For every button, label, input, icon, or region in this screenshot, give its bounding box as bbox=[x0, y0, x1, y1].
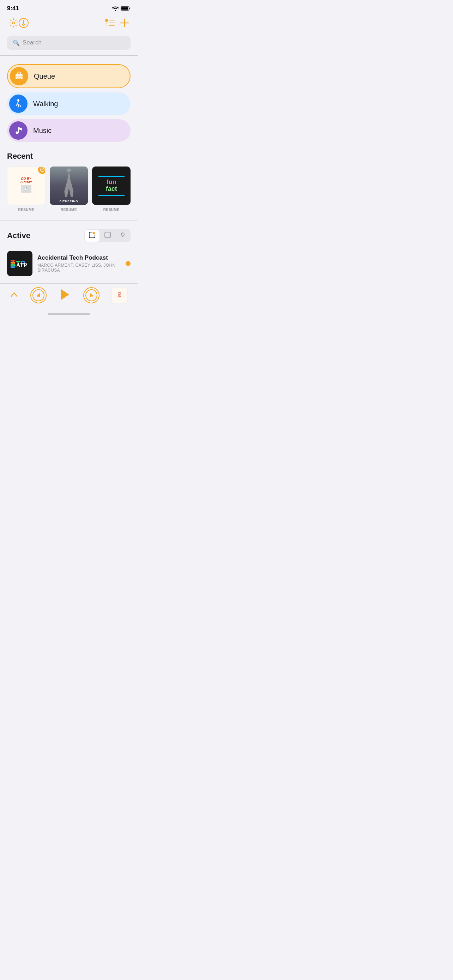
wifi-icon bbox=[112, 6, 119, 11]
svg-point-22 bbox=[67, 168, 71, 172]
dithering-resume-label: RESUME bbox=[61, 208, 77, 212]
dithering-art: DITHERING bbox=[50, 167, 88, 205]
skip-forward-button[interactable]: 30 bbox=[83, 287, 100, 303]
svg-point-5 bbox=[106, 23, 107, 24]
recent-item-dbf[interactable]: DO BYFRIDAY 🕐 RESUME bbox=[7, 167, 46, 212]
svg-rect-30 bbox=[11, 264, 15, 266]
add-button[interactable] bbox=[120, 18, 129, 30]
svg-text:ATP: ATP bbox=[16, 262, 27, 268]
walking-label: Walking bbox=[33, 100, 58, 108]
home-bar bbox=[48, 313, 90, 315]
podcast-authors: MARCO ARMENT, CASEY LISS, JOHN SIRACUSA bbox=[37, 263, 121, 273]
dbf-art: DO BYFRIDAY 🕐 bbox=[7, 167, 46, 205]
category-walking[interactable]: Walking bbox=[7, 92, 130, 115]
funfact-text-pink: fun bbox=[106, 179, 116, 186]
search-container: 🔍 Search bbox=[0, 36, 138, 56]
recent-title: Recent bbox=[7, 152, 130, 161]
active-title: Active bbox=[7, 231, 30, 240]
dbf-badge bbox=[38, 167, 46, 174]
active-divider bbox=[0, 220, 138, 221]
recent-section: Recent DO BYFRIDAY 🕐 bbox=[0, 143, 138, 217]
walking-icon-circle bbox=[9, 95, 27, 113]
dithering-overlay-label: DITHERING bbox=[50, 200, 88, 203]
settings-button[interactable] bbox=[8, 18, 18, 30]
funfact-line-bottom bbox=[99, 195, 124, 196]
status-time: 9:41 bbox=[7, 5, 19, 12]
svg-point-2 bbox=[12, 22, 14, 24]
category-queue[interactable]: Queue bbox=[7, 64, 130, 88]
filter-single[interactable] bbox=[100, 230, 115, 242]
funfact-line-top bbox=[99, 176, 124, 177]
toolbar bbox=[0, 15, 138, 36]
recent-item-funfact[interactable]: fun fact RESUME bbox=[92, 167, 130, 212]
music-icon-circle bbox=[9, 121, 27, 140]
status-bar: 9:41 bbox=[0, 0, 138, 15]
category-music[interactable]: Music bbox=[7, 119, 130, 142]
svg-rect-31 bbox=[11, 266, 15, 268]
svg-point-15 bbox=[16, 132, 18, 134]
home-indicator bbox=[0, 310, 138, 317]
podcast-art-atp: ATP ATP bbox=[7, 251, 32, 276]
dbf-resume-label: RESUME bbox=[18, 208, 34, 212]
categories-list: Queue Walking Music bbox=[0, 63, 138, 143]
queue-icon-circle bbox=[10, 67, 28, 85]
podcast-unplayed-dot bbox=[126, 261, 130, 266]
podcast-info: Accidental Tech Podcast MARCO ARMENT, CA… bbox=[37, 255, 121, 273]
svg-rect-28 bbox=[11, 260, 15, 261]
download-button[interactable] bbox=[18, 18, 29, 31]
search-bar[interactable]: 🔍 Search bbox=[7, 36, 130, 50]
svg-rect-25 bbox=[105, 232, 110, 238]
active-section: Active bbox=[0, 223, 138, 283]
active-header: Active bbox=[7, 229, 130, 242]
svg-rect-13 bbox=[17, 78, 21, 79]
skip-back-button[interactable]: 15 bbox=[30, 287, 46, 303]
svg-point-24 bbox=[92, 232, 95, 235]
queue-list-button[interactable] bbox=[105, 18, 115, 30]
funfact-text-green: fact bbox=[106, 186, 117, 192]
mini-art-button[interactable]: DOBYFRI bbox=[111, 287, 128, 303]
svg-point-14 bbox=[17, 99, 19, 101]
search-icon: 🔍 bbox=[13, 40, 20, 46]
funfact-art: fun fact bbox=[92, 167, 130, 205]
recent-item-dithering[interactable]: DITHERING RESUME bbox=[50, 167, 88, 212]
search-divider bbox=[0, 56, 138, 56]
status-icons bbox=[112, 6, 130, 11]
svg-point-9 bbox=[106, 25, 107, 27]
svg-rect-1 bbox=[121, 7, 129, 10]
search-placeholder: Search bbox=[22, 39, 41, 46]
battery-icon bbox=[121, 6, 130, 11]
play-button[interactable] bbox=[59, 288, 71, 303]
funfact-resume-label: RESUME bbox=[103, 208, 119, 212]
svg-text:30: 30 bbox=[90, 294, 93, 298]
queue-label: Queue bbox=[34, 72, 55, 80]
player-bar: 15 30 DOBYFRI bbox=[0, 283, 138, 310]
filter-continuous[interactable] bbox=[85, 230, 100, 242]
svg-point-4 bbox=[105, 19, 108, 22]
filter-buttons bbox=[84, 229, 130, 242]
svg-text:15: 15 bbox=[37, 294, 40, 298]
music-label: Music bbox=[33, 127, 51, 135]
podcast-row[interactable]: ATP ATP Accidental Tech Podcast MARCO AR… bbox=[7, 248, 130, 279]
podcast-name: Accidental Tech Podcast bbox=[37, 255, 121, 261]
svg-rect-29 bbox=[11, 262, 15, 264]
recent-grid: DO BYFRIDAY 🕐 RESUME bbox=[7, 167, 130, 212]
svg-rect-16 bbox=[18, 129, 19, 133]
chevron-up-button[interactable] bbox=[10, 291, 18, 300]
filter-night[interactable] bbox=[116, 230, 130, 242]
